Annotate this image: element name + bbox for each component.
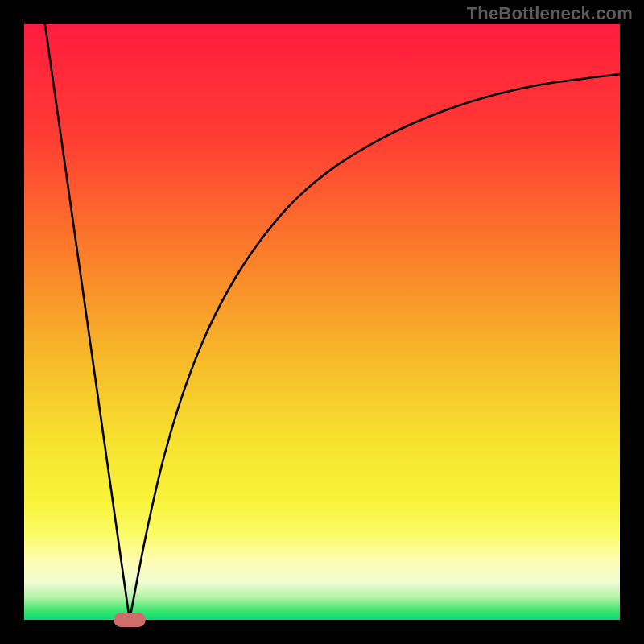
minimum-marker (114, 613, 146, 627)
chart (24, 24, 620, 620)
watermark-text: TheBottleneck.com (467, 3, 633, 24)
plot-background (24, 24, 620, 620)
outer-frame: TheBottleneck.com (0, 0, 644, 644)
